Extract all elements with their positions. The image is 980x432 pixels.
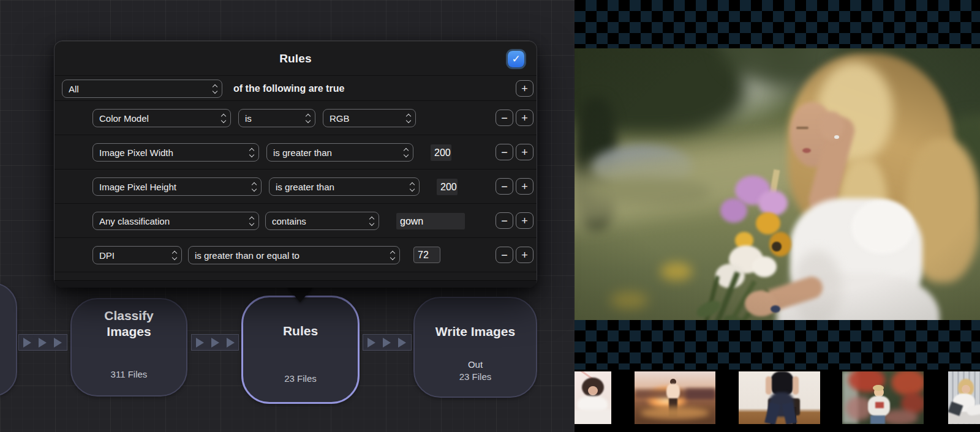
popup-chevrons-icon: [306, 114, 310, 122]
paint-blob: [745, 291, 777, 316]
remove-rule-button[interactable]: −: [496, 144, 513, 160]
preview-photo: [575, 48, 980, 320]
paint-blob: [720, 198, 747, 223]
dropdown-value: Image Pixel Height: [99, 182, 247, 192]
add-rule-button[interactable]: +: [516, 80, 533, 97]
node-rules[interactable]: Rules 23 Files: [241, 296, 360, 404]
popover-title: Rules: [55, 52, 537, 65]
checkmark-icon: ✓: [511, 53, 520, 65]
add-rule-button[interactable]: +: [516, 144, 533, 160]
rule-operator-dropdown[interactable]: is: [238, 109, 315, 127]
popup-chevrons-icon: [370, 217, 374, 225]
paint-blob: [686, 389, 715, 400]
paint-blob: [891, 371, 924, 396]
rule-property-dropdown[interactable]: Color Model: [92, 109, 231, 127]
dropdown-value: contains: [272, 216, 365, 226]
remove-rule-button[interactable]: −: [496, 247, 513, 263]
paint-blob: [753, 274, 826, 316]
add-rule-button[interactable]: +: [516, 247, 533, 263]
popup-chevrons-icon: [407, 114, 410, 122]
paint-blob: [873, 385, 884, 391]
add-rule-button[interactable]: +: [516, 212, 533, 229]
node-title: Classify Images: [92, 308, 166, 340]
thumbnail-4[interactable]: [842, 371, 924, 424]
remove-rule-button[interactable]: −: [496, 110, 513, 126]
thumbnail-1[interactable]: [575, 371, 611, 424]
paint-blob: [806, 114, 858, 217]
node-partial-left[interactable]: [0, 283, 17, 397]
paint-blob: [713, 288, 769, 320]
node-file-count: 23 Files: [415, 371, 536, 382]
paint-blob: [838, 48, 980, 134]
paint-blob: [735, 232, 753, 249]
arrow-right-icon: [23, 338, 31, 348]
paint-blob: [660, 263, 692, 281]
preview-pane: [575, 0, 980, 432]
rule-operator-dropdown[interactable]: is greater than or equal to: [188, 246, 400, 264]
rule-row: Any classification contains gown − +: [55, 203, 537, 237]
rule-property-dropdown[interactable]: DPI: [92, 246, 182, 264]
dropdown-value: is: [245, 113, 301, 124]
paint-blob: [777, 48, 881, 97]
paint-blob: [575, 97, 617, 229]
popup-chevrons-icon: [410, 183, 414, 191]
node-write-images[interactable]: Write Images Out 23 Files: [413, 297, 537, 398]
paint-blob: [693, 275, 720, 320]
popover-tail: [287, 286, 314, 302]
paint-blob: [722, 48, 869, 85]
node-file-count: 311 Files: [72, 369, 186, 379]
rule-value-input[interactable]: 72: [413, 247, 440, 263]
workflow-canvas[interactable]: Classify Images 311 Files Rules 23 Files…: [0, 0, 575, 432]
paint-blob: [767, 169, 780, 208]
add-rule-button[interactable]: +: [516, 178, 533, 195]
node-out-label: Out: [415, 359, 536, 370]
rule-operator-dropdown[interactable]: is greater than: [266, 143, 413, 162]
thumbnail-3[interactable]: [739, 371, 820, 424]
rule-property-dropdown[interactable]: Image Pixel Width: [92, 143, 259, 162]
rule-property-dropdown[interactable]: Image Pixel Height: [92, 177, 262, 196]
rule-property-dropdown[interactable]: Any classification: [92, 212, 259, 230]
rule-operator-dropdown[interactable]: is greater than: [269, 177, 420, 196]
paint-blob: [796, 127, 809, 129]
paint-blob: [790, 102, 834, 167]
connector-arrows: [363, 334, 412, 351]
paint-blob: [771, 305, 780, 313]
paint-blob: [769, 232, 791, 256]
add-rule-button[interactable]: +: [516, 110, 533, 126]
paint-blob: [962, 385, 970, 393]
match-selector-dropdown[interactable]: All: [62, 80, 222, 98]
paint-blob: [752, 256, 777, 277]
paint-blob: [870, 415, 885, 424]
node-classify-images[interactable]: Classify Images 311 Files: [70, 298, 187, 397]
popover-footer-edge: [55, 280, 537, 288]
rule-operator-dropdown[interactable]: contains: [265, 212, 379, 230]
remove-rule-button[interactable]: −: [496, 212, 513, 229]
rules-popover: Rules ✓ All of the following are true + …: [54, 40, 537, 288]
paint-blob: [715, 264, 745, 288]
paint-blob: [694, 297, 723, 320]
rules-enabled-checkbox[interactable]: ✓: [508, 51, 524, 67]
thumbnail-5[interactable]: [948, 371, 980, 424]
paint-blob: [816, 62, 893, 163]
rule-value-dropdown[interactable]: RGB: [323, 109, 416, 127]
paint-blob: [592, 145, 693, 189]
dropdown-value: All: [69, 84, 208, 94]
dropdown-value: Color Model: [99, 113, 217, 124]
paint-blob: [729, 245, 763, 274]
rule-value-input[interactable]: gown: [396, 213, 465, 229]
arrow-right-icon: [39, 338, 47, 348]
thumbnail-2[interactable]: [635, 371, 715, 424]
arrow-right-icon: [368, 338, 375, 348]
match-row: All of the following are true +: [55, 75, 537, 100]
paint-blob: [875, 402, 884, 408]
paint-blob: [666, 384, 680, 400]
paint-blob: [586, 178, 711, 204]
popup-chevrons-icon: [391, 251, 394, 259]
arrow-right-icon: [227, 338, 235, 348]
paint-blob: [575, 409, 611, 424]
rule-value-input[interactable]: 200: [437, 179, 458, 195]
rule-value-input[interactable]: 200: [431, 144, 451, 161]
remove-rule-button[interactable]: −: [496, 178, 513, 195]
node-title: Rules: [243, 323, 358, 339]
dropdown-value: DPI: [99, 250, 168, 261]
